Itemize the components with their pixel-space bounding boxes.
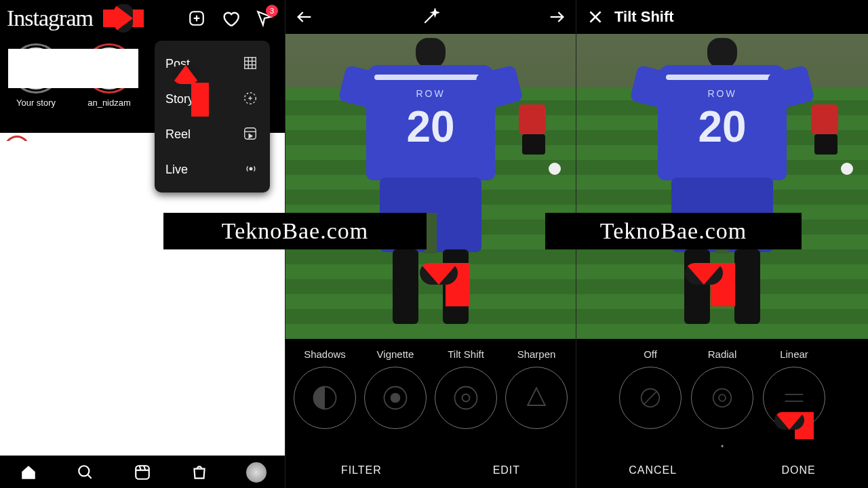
cancel-button[interactable]: CANCEL	[629, 464, 677, 476]
sharpen-icon	[505, 367, 568, 429]
tab-edit[interactable]: EDIT	[493, 464, 520, 476]
annotation-arrow-to-create	[103, 9, 144, 27]
annotation-arrow-to-radial	[711, 263, 735, 306]
tool-sharpen[interactable]: Sharpen	[505, 348, 568, 429]
svg-point-32	[713, 389, 732, 407]
tool-vignette[interactable]: Vignette	[364, 348, 427, 429]
svg-line-15	[87, 474, 91, 478]
close-icon[interactable]	[586, 7, 605, 26]
svg-point-27	[462, 394, 470, 402]
annotation-arrow-to-post	[191, 83, 209, 117]
home-icon[interactable]	[18, 462, 39, 483]
soccer-ball	[549, 163, 561, 175]
done-button[interactable]: DONE	[782, 464, 816, 476]
messenger-badge: 3	[266, 5, 278, 17]
svg-rect-3	[245, 58, 256, 69]
svg-rect-16	[136, 466, 149, 479]
page-dot-indicator: •	[576, 442, 868, 451]
soccer-ball	[841, 163, 853, 175]
tilt-shift-actions: CANCEL DONE	[576, 453, 868, 488]
edit-top-bar	[285, 0, 576, 34]
tab-filter[interactable]: FILTER	[341, 464, 382, 476]
tilt-radial-icon	[691, 367, 753, 429]
page-title: Tilt Shift	[614, 8, 674, 26]
edit-tools-row: Shadows Vignette Tilt Shift Sharpen	[285, 339, 576, 434]
next-icon[interactable]	[547, 7, 566, 26]
edit-bottom-tabs: FILTER EDIT	[285, 453, 576, 488]
svg-point-26	[455, 387, 477, 409]
create-menu-reel[interactable]: Reel	[155, 117, 270, 152]
opponent-player	[811, 104, 841, 157]
opponent-player	[519, 104, 549, 157]
reels-icon[interactable]	[132, 462, 153, 483]
activity-heart-icon[interactable]	[221, 9, 240, 28]
svg-point-14	[79, 466, 89, 476]
svg-point-13	[250, 167, 252, 170]
watermark: TeknoBae.com	[545, 213, 802, 249]
create-menu-story[interactable]: Story	[155, 81, 270, 117]
tilt-off-icon	[619, 367, 682, 429]
annotation-arrow-to-tilt-shift	[446, 263, 470, 306]
magic-wand-icon[interactable]	[421, 7, 440, 26]
profile-avatar[interactable]	[246, 462, 267, 483]
messenger-icon[interactable]: 3	[255, 9, 274, 28]
tilt-shift-top-bar: Tilt Shift	[576, 0, 868, 34]
create-icon[interactable]	[187, 9, 206, 28]
watermark: TeknoBae.com	[163, 213, 427, 249]
option-radial[interactable]: Radial	[691, 348, 753, 429]
option-off[interactable]: Off	[619, 348, 682, 429]
annotation-arrow-to-done	[795, 412, 814, 439]
tool-tilt-shift[interactable]: Tilt Shift	[435, 348, 497, 429]
shadows-icon	[294, 367, 356, 429]
grid-icon	[243, 56, 259, 72]
redaction-mask	[8, 49, 138, 88]
reel-icon	[243, 126, 259, 142]
tool-shadows[interactable]: Shadows	[294, 348, 356, 429]
panel-edit-tools: ROW20 TeknoBae.com Shadows Vignette Tilt…	[285, 0, 576, 488]
create-menu-popup: Post Story Reel Live	[155, 41, 270, 192]
back-icon[interactable]	[295, 7, 314, 26]
story-add-icon	[243, 91, 259, 107]
top-icons: 3	[187, 9, 278, 28]
svg-line-31	[644, 391, 657, 405]
shop-icon[interactable]	[189, 462, 210, 483]
photo-preview: ROW20	[285, 34, 576, 339]
search-icon[interactable]	[75, 462, 96, 483]
tilt-shift-options-row: Off Radial Linear	[576, 339, 868, 434]
tilt-shift-icon	[435, 367, 497, 429]
vignette-icon	[364, 367, 427, 429]
live-icon	[243, 161, 259, 178]
bottom-nav	[0, 455, 285, 488]
svg-point-25	[391, 393, 401, 403]
instagram-logo: Instagram	[7, 5, 187, 31]
svg-line-21	[425, 13, 435, 23]
svg-point-33	[719, 394, 726, 401]
panel-tilt-shift: Tilt Shift ROW20 TeknoBae.com Off Radial…	[576, 0, 868, 488]
create-menu-live[interactable]: Live	[155, 152, 270, 187]
